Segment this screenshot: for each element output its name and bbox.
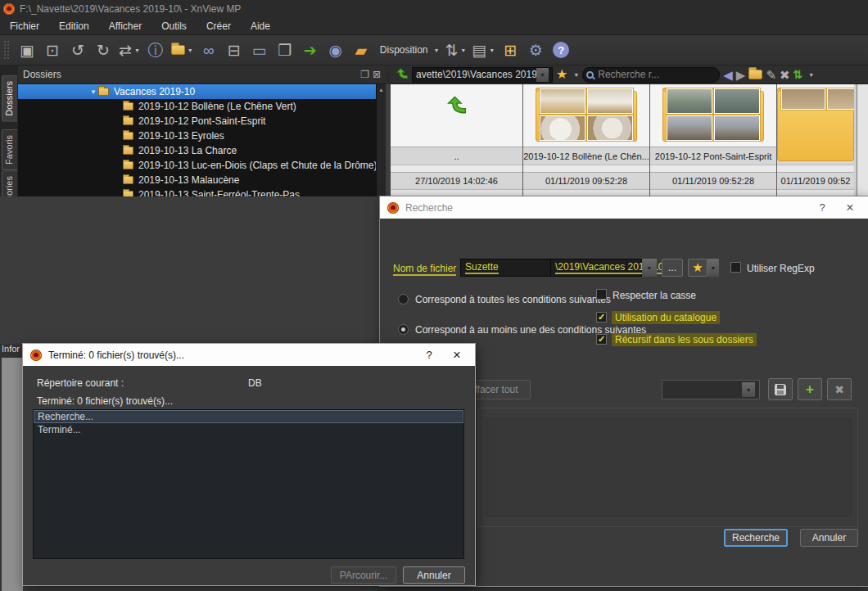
- thumbnail-browser: .. 27/10/2019 14:02:46: [391, 84, 868, 196]
- sort-icon[interactable]: ⇅ ▼: [443, 38, 468, 61]
- back-icon[interactable]: ◀: [723, 69, 733, 81]
- ..[interactable]: .. 27/10/2019 14:02:46: [391, 84, 523, 196]
- tree-item[interactable]: 2019-10-13 Malaucène: [18, 173, 376, 187]
- filename-input[interactable]: Suzette: [460, 259, 563, 277]
- browse-button[interactable]: ...: [662, 259, 683, 277]
- fullscreen-icon[interactable]: ⊡: [41, 38, 64, 61]
- folder-tree-icon[interactable]: ⊞: [499, 38, 522, 61]
- print-icon[interactable]: ⊟: [223, 38, 246, 61]
- search-path-dropdown-button[interactable]: ▼: [642, 259, 657, 277]
- up-folder-icon: [446, 96, 468, 117]
- close-panel-icon[interactable]: ⊠: [373, 69, 381, 80]
- log-listbox[interactable]: Recherche... Terminé...: [33, 409, 464, 559]
- 2019-10-13 Eyrol[interactable]: 2019-10-13 Eyrol 01/11/2019 09:52: [777, 84, 854, 196]
- catalog-icon[interactable]: ▤ ▼: [470, 38, 496, 61]
- case-label: Respecter la casse: [613, 290, 696, 301]
- refresh-up-icon[interactable]: ⇅: [793, 69, 803, 80]
- path-combobox[interactable]: avette\2019\Vacances 2019-10\ ▼: [412, 67, 553, 83]
- collapse-arrow-icon[interactable]: ▼: [90, 88, 98, 96]
- informations-panel-edge: Infor: [0, 344, 23, 591]
- case-checkbox[interactable]: [596, 289, 607, 300]
- favorites-dropdown-icon[interactable]: ▼: [573, 72, 579, 78]
- quick-search-input[interactable]: Recherche r...: [582, 67, 720, 83]
- tree-item[interactable]: 2019-10-13 La Charce: [18, 143, 376, 158]
- wallpaper-icon[interactable]: ▰: [350, 38, 373, 61]
- catalog-checkbox[interactable]: ✓: [596, 312, 607, 323]
- export-image-icon[interactable]: ➔: [299, 38, 322, 61]
- menu-item[interactable]: Aide: [241, 18, 280, 34]
- search-placeholder: Recherche r...: [598, 69, 659, 80]
- float-panel-icon[interactable]: ❐: [360, 69, 369, 80]
- chevron-down-icon: ▼: [188, 47, 193, 53]
- preset-dropdown-button[interactable]: ▼: [742, 382, 755, 397]
- regexp-checkbox[interactable]: [730, 262, 741, 273]
- favorites-dropdown-button[interactable]: ▼: [708, 259, 719, 277]
- match-all-radio[interactable]: [398, 294, 409, 305]
- forward-icon[interactable]: ▶: [736, 69, 746, 81]
- menubar: Fichier Edition Afficher Outils Créer Ai…: [0, 18, 868, 35]
- viewer-icon[interactable]: ▣: [16, 38, 38, 61]
- sidebar-tab-favoris[interactable]: Favoris: [2, 129, 17, 170]
- sidebar-tab-dossiers[interactable]: Dossiers: [2, 75, 17, 122]
- menu-item[interactable]: Afficher: [99, 18, 151, 34]
- help-button[interactable]: ?: [418, 349, 440, 361]
- remove-condition-button[interactable]: ✖: [827, 378, 852, 400]
- browser-scrollbar[interactable]: [857, 84, 868, 196]
- close-icon[interactable]: ×: [446, 348, 468, 363]
- menu-item[interactable]: Edition: [49, 18, 99, 34]
- tree-root-vacances[interactable]: ▼ Vacances 2019-10: [18, 84, 376, 99]
- refresh-dropdown-icon[interactable]: ▼: [808, 72, 814, 78]
- favorites-star-button[interactable]: ★: [688, 259, 708, 277]
- new-folder-icon[interactable]: [748, 70, 762, 79]
- menu-item[interactable]: Outils: [151, 18, 197, 34]
- favorites-star-icon[interactable]: ★: [556, 68, 567, 81]
- regexp-label: Utiliser RegExp: [747, 263, 815, 274]
- search-button[interactable]: Recherche: [724, 529, 788, 547]
- transform-icon[interactable]: ⇄ ▼: [117, 38, 142, 61]
- delete-icon[interactable]: ✖: [780, 69, 790, 81]
- folder-icon: [123, 176, 133, 184]
- menu-item[interactable]: Créer: [197, 18, 241, 34]
- open-folder-icon[interactable]: ▼: [170, 38, 195, 61]
- browse-button[interactable]: PArcourir...: [331, 566, 396, 584]
- menu-item[interactable]: Fichier: [0, 18, 49, 34]
- log-row[interactable]: Recherche...: [34, 410, 463, 423]
- add-condition-button[interactable]: +: [798, 378, 822, 400]
- path-dropdown-button[interactable]: ▼: [536, 68, 549, 82]
- convert-icon[interactable]: ❐: [274, 38, 296, 61]
- xnview-window: F:\_Navette\2019\Vacances 2019-10\ - XnV…: [0, 0, 868, 591]
- log-row[interactable]: Terminé...: [34, 423, 463, 436]
- 2019-10-12 Bollène (Le Chên...[interactable]: 2019-10-12 Bollène (Le Chên... 01/11/201…: [523, 84, 650, 196]
- photo-thumb: [667, 88, 712, 114]
- tree-item[interactable]: 2019-10-13 Luc-en-Diois (Claps et Chute …: [18, 158, 376, 173]
- save-preset-button[interactable]: [768, 378, 793, 400]
- rotate-right-icon[interactable]: ↻: [92, 38, 115, 61]
- cancel-button[interactable]: Annuler: [800, 529, 858, 547]
- search-path-combobox[interactable]: \2019\Vacances 2019-10: [550, 259, 642, 277]
- match-any-radio[interactable]: [398, 324, 409, 335]
- cancel-button[interactable]: Annuler: [403, 566, 465, 584]
- tree-item[interactable]: 2019-10-12 Bollène (Le Chêne Vert): [18, 99, 376, 114]
- rotate-left-icon[interactable]: ↺: [66, 38, 89, 61]
- tree-item[interactable]: 2019-10-12 Pont-Saint-Esprit: [18, 114, 376, 129]
- search-dialog-titlebar: Recherche ? ×: [380, 196, 868, 219]
- folder-thumbnail: [536, 91, 637, 142]
- file-info-icon[interactable]: ⓘ: [144, 38, 167, 61]
- settings-gear-icon[interactable]: ⚙: [524, 38, 547, 61]
- close-icon[interactable]: ×: [839, 201, 861, 215]
- tree-item[interactable]: 2019-10-13 Eyroles: [18, 129, 376, 143]
- go-up-icon[interactable]: [396, 68, 409, 81]
- photo-thumb: [540, 88, 585, 114]
- search-binoculars-icon[interactable]: ∞: [197, 38, 220, 61]
- preset-combobox[interactable]: ▼: [662, 380, 760, 399]
- edit-icon[interactable]: ✎: [766, 69, 776, 81]
- help-button[interactable]: ?: [811, 201, 833, 214]
- chevron-down-icon: ▼: [134, 47, 140, 53]
- scanner-icon[interactable]: ▭: [248, 38, 271, 61]
- screen-capture-icon[interactable]: ◉: [324, 38, 347, 61]
- recursive-checkbox[interactable]: ✓: [596, 334, 607, 345]
- toolbar-grip-handle[interactable]: [3, 41, 10, 59]
- 2019-10-12 Pont-Saint-Esprit[interactable]: 2019-10-12 Pont-Saint-Esprit 01/11/2019 …: [650, 84, 777, 196]
- disposition-button[interactable]: Disposition ▼: [375, 38, 441, 61]
- help-icon[interactable]: ?: [549, 38, 572, 61]
